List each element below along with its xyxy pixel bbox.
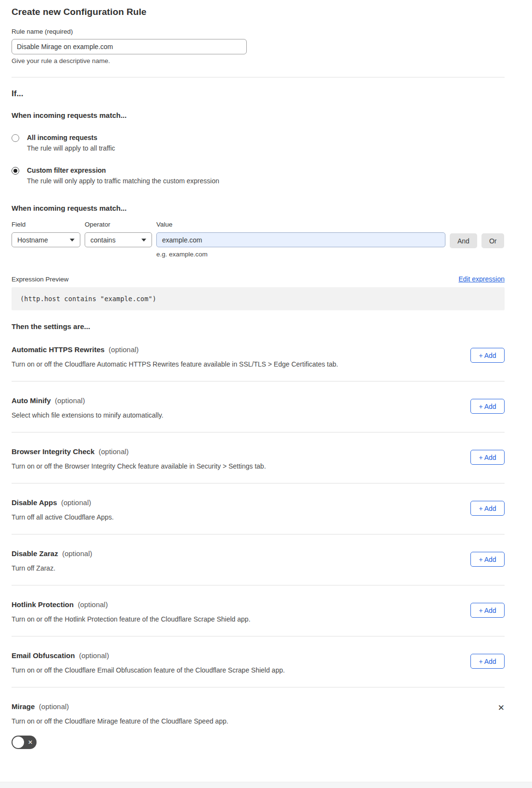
chevron-down-icon bbox=[141, 239, 146, 241]
value-input[interactable] bbox=[156, 232, 445, 247]
rule-name-input[interactable] bbox=[12, 39, 247, 54]
add-button[interactable]: + Add bbox=[470, 450, 505, 465]
add-button[interactable]: + Add bbox=[470, 552, 505, 567]
radio-custom-filter-expression[interactable] bbox=[12, 167, 19, 175]
operator-select-value: contains bbox=[90, 236, 115, 244]
setting-description: Turn on or off the Browser Integrity Che… bbox=[12, 462, 266, 470]
setting-title: Hotlink Protection bbox=[12, 600, 74, 609]
operator-column: Operator contains bbox=[85, 221, 152, 247]
rule-name-help: Give your rule a descriptive name. bbox=[12, 57, 505, 64]
setting-title-line: Hotlink Protection (optional) bbox=[12, 600, 251, 609]
expression-builder-heading: When incoming requests match... bbox=[12, 204, 505, 212]
rule-name-section: Rule name (required) Give your rule a de… bbox=[12, 28, 505, 64]
radio-label[interactable]: Custom filter expression bbox=[27, 166, 219, 174]
setting-description: Turn on or off the Cloudflare Mirage fea… bbox=[12, 717, 228, 725]
setting-description: Turn off all active Cloudflare Apps. bbox=[12, 513, 114, 521]
setting-row-hotlink-protection: Hotlink Protection (optional) Turn on or… bbox=[12, 585, 505, 636]
add-button[interactable]: + Add bbox=[470, 654, 505, 669]
setting-title-line: Auto Minify (optional) bbox=[12, 396, 164, 405]
rule-name-label: Rule name (required) bbox=[12, 28, 505, 35]
setting-row-disable-zaraz: Disable Zaraz (optional) Turn off Zaraz.… bbox=[12, 534, 505, 585]
incoming-requests-match-heading: When incoming requests match... bbox=[12, 111, 505, 119]
field-label: Field bbox=[12, 221, 80, 228]
setting-row-email-obfuscation: Email Obfuscation (optional) Turn on or … bbox=[12, 636, 505, 687]
setting-title-line: Mirage (optional) bbox=[12, 702, 228, 711]
radio-option-custom-filter-expression: Custom filter expression The rule will o… bbox=[12, 166, 505, 185]
mirage-toggle[interactable]: ✕ bbox=[12, 736, 37, 749]
setting-title: Disable Zaraz bbox=[12, 549, 58, 558]
add-button[interactable]: + Add bbox=[470, 603, 505, 618]
optional-label: (optional) bbox=[55, 396, 85, 405]
create-configuration-rule-page: Create new Configuration Rule Rule name … bbox=[0, 0, 532, 751]
optional-label: (optional) bbox=[79, 651, 109, 660]
optional-label: (optional) bbox=[109, 345, 139, 354]
field-column: Field Hostname bbox=[12, 221, 80, 247]
value-label: Value bbox=[156, 221, 445, 228]
field-select-value: Hostname bbox=[17, 236, 48, 244]
setting-title-line: Automatic HTTPS Rewrites (optional) bbox=[12, 345, 338, 354]
setting-row-browser-integrity-check: Browser Integrity Check (optional) Turn … bbox=[12, 432, 505, 483]
setting-description: Turn on or off the Cloudflare Automatic … bbox=[12, 360, 338, 368]
radio-label[interactable]: All incoming requests bbox=[27, 134, 115, 141]
radio-option-all-incoming-requests: All incoming requests The rule will appl… bbox=[12, 134, 505, 152]
section-divider bbox=[12, 77, 505, 77]
operator-select[interactable]: contains bbox=[85, 232, 152, 247]
optional-label: (optional) bbox=[99, 447, 129, 456]
toggle-knob-icon bbox=[13, 737, 24, 748]
add-button[interactable]: + Add bbox=[470, 399, 505, 414]
setting-title-line: Disable Apps (optional) bbox=[12, 498, 114, 507]
setting-description: Turn off Zaraz. bbox=[12, 564, 92, 572]
expression-preview-box: (http.host contains "example.com") bbox=[12, 287, 505, 310]
optional-label: (optional) bbox=[39, 702, 69, 711]
if-heading: If... bbox=[12, 89, 505, 99]
setting-row-auto-minify: Auto Minify (optional) Select which file… bbox=[12, 381, 505, 432]
setting-row-disable-apps: Disable Apps (optional) Turn off all act… bbox=[12, 483, 505, 534]
setting-description: Turn on or off the Cloudflare Email Obfu… bbox=[12, 666, 285, 674]
setting-description: Turn on or off the Hotlink Protection fe… bbox=[12, 615, 251, 623]
setting-title: Browser Integrity Check bbox=[12, 447, 95, 456]
toggle-off-x-icon: ✕ bbox=[28, 739, 33, 745]
value-help: e.g. example.com bbox=[156, 251, 445, 258]
or-button[interactable]: Or bbox=[481, 233, 505, 248]
settings-heading: Then the settings are... bbox=[12, 322, 505, 330]
setting-title: Disable Apps bbox=[12, 498, 57, 507]
setting-description: Select which file extensions to minify a… bbox=[12, 411, 164, 419]
and-button[interactable]: And bbox=[450, 233, 477, 248]
radio-description: The rule will only apply to traffic matc… bbox=[27, 177, 219, 185]
value-column: Value e.g. example.com bbox=[156, 221, 445, 258]
add-button[interactable]: + Add bbox=[470, 348, 505, 363]
expression-preview-row: Expression Preview Edit expression bbox=[12, 275, 505, 283]
radio-all-incoming-requests[interactable] bbox=[12, 134, 19, 142]
bottom-strip bbox=[0, 782, 532, 788]
page-title: Create new Configuration Rule bbox=[12, 7, 505, 17]
operator-label: Operator bbox=[85, 221, 152, 228]
setting-title-line: Browser Integrity Check (optional) bbox=[12, 447, 266, 456]
radio-description: The rule will apply to all traffic bbox=[27, 144, 115, 152]
setting-row-automatic-https-rewrites: Automatic HTTPS Rewrites (optional) Turn… bbox=[12, 330, 505, 381]
setting-title-line: Disable Zaraz (optional) bbox=[12, 549, 92, 558]
setting-title: Automatic HTTPS Rewrites bbox=[12, 345, 104, 354]
setting-title: Email Obfuscation bbox=[12, 651, 75, 660]
add-button[interactable]: + Add bbox=[470, 501, 505, 516]
expression-preview-label: Expression Preview bbox=[12, 276, 69, 283]
chevron-down-icon bbox=[70, 239, 75, 241]
expression-code: (http.host contains "example.com") bbox=[20, 295, 156, 303]
optional-label: (optional) bbox=[61, 498, 91, 507]
setting-title: Mirage bbox=[12, 702, 35, 711]
setting-title-line: Email Obfuscation (optional) bbox=[12, 651, 285, 660]
setting-row-mirage: Mirage (optional) Turn on or off the Clo… bbox=[12, 687, 505, 751]
field-select[interactable]: Hostname bbox=[12, 232, 80, 247]
optional-label: (optional) bbox=[62, 549, 92, 558]
close-icon[interactable]: ✕ bbox=[498, 704, 505, 712]
edit-expression-link[interactable]: Edit expression bbox=[458, 275, 505, 283]
optional-label: (optional) bbox=[78, 600, 108, 609]
setting-title: Auto Minify bbox=[12, 396, 51, 405]
expression-builder-row: Field Hostname Operator contains Value e… bbox=[12, 221, 505, 258]
